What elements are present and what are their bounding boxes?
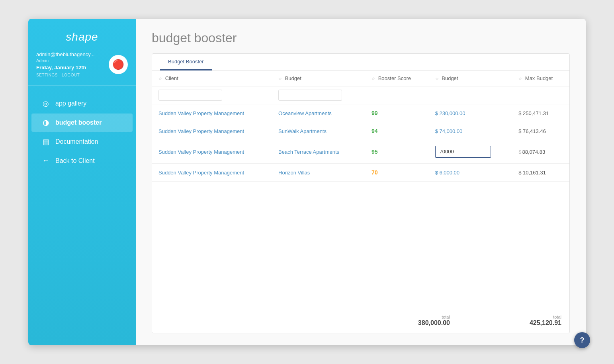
tie-icon: 🔴 [112, 59, 124, 70]
sidebar-header: shape admin@thebluthagency... Admin Frid… [28, 19, 136, 86]
booster-score-value: 95 [372, 149, 378, 155]
max-budget-value: $88,074.83 [518, 149, 545, 155]
user-email: admin@thebluthagency... [36, 51, 109, 57]
budget-total-value: 380,000.00 [418, 319, 450, 327]
cell-budget-label: Oceanview Apartments [272, 104, 365, 122]
table-tabs: Budget Booster [152, 54, 569, 70]
sort-icon-budget: ☆ [278, 76, 282, 81]
col-client: ☆ Client [152, 70, 272, 86]
budget-label-link[interactable]: Horizon Villas [278, 170, 310, 176]
budget-label-link[interactable]: Beach Terrace Apartments [278, 149, 339, 155]
table-footer: total 380,000.00 total 425,120.91 [152, 308, 569, 333]
filter-budget-input[interactable] [278, 90, 342, 101]
filter-cell-score [365, 86, 429, 104]
max-budget-value: $ 10,161.31 [518, 170, 546, 176]
back-icon: ← [41, 157, 51, 165]
sidebar-item-label: Back to Client [55, 157, 95, 164]
cell-max-budget: $ 76,413.46 [512, 122, 569, 140]
max-budget-value: $ 76,413.46 [518, 128, 546, 134]
app-gallery-icon: ◎ [41, 99, 51, 108]
filter-cell-budget [272, 86, 365, 104]
budget-edit-input[interactable] [435, 146, 491, 158]
booster-score-value: 70 [372, 169, 378, 176]
table-body: Sudden Valley Property Management Oceanv… [152, 104, 569, 182]
sidebar-item-budget-booster[interactable]: ◑ budget booster [31, 114, 133, 132]
sort-icon-client: ☆ [158, 76, 162, 81]
budget-total: total 380,000.00 [418, 315, 450, 327]
cell-booster-score: 99 [365, 104, 429, 122]
sidebar-item-label: app gallery [55, 100, 86, 107]
table-header-row: ☆ Client ☆ Budget ☆ Booster Score ☆ [152, 70, 569, 86]
filter-cell-client [152, 86, 272, 104]
budget-value: $ 74,000.00 [435, 128, 463, 134]
client-link[interactable]: Sudden Valley Property Management [158, 110, 244, 116]
main-content: budget booster Budget Booster ☆ Client ☆… [136, 19, 586, 345]
sidebar-links: SETTINGS LOGOUT [36, 73, 109, 77]
app-window: shape admin@thebluthagency... Admin Frid… [28, 19, 586, 345]
user-role: Admin [36, 58, 109, 63]
logout-link[interactable]: LOGOUT [62, 73, 80, 77]
table-row: Sudden Valley Property Management Oceanv… [152, 104, 569, 122]
sidebar-item-app-gallery[interactable]: ◎ app gallery [31, 94, 133, 113]
client-link[interactable]: Sudden Valley Property Management [158, 149, 244, 155]
settings-link[interactable]: SETTINGS [36, 73, 58, 77]
app-logo: shape [36, 31, 128, 43]
user-info: admin@thebluthagency... Admin Friday, Ja… [36, 51, 109, 77]
max-budget-value: $ 250,471.31 [518, 110, 549, 116]
cell-budget: $ 6,000.00 [429, 164, 512, 182]
cell-client: Sudden Valley Property Management [152, 164, 272, 182]
col-max-budget: ☆ Max Budget [512, 70, 569, 86]
client-link[interactable]: Sudden Valley Property Management [158, 170, 244, 176]
cell-client: Sudden Valley Property Management [152, 122, 272, 140]
sidebar-nav: ◎ app gallery ◑ budget booster ▤ Documen… [28, 86, 136, 178]
sidebar: shape admin@thebluthagency... Admin Frid… [28, 19, 136, 345]
sort-icon-booster: ☆ [372, 76, 375, 81]
budget-label-link[interactable]: Oceanview Apartments [278, 110, 332, 116]
cell-client: Sudden Valley Property Management [152, 140, 272, 164]
filter-cell-budget2 [429, 86, 512, 104]
tab-budget-booster[interactable]: Budget Booster [160, 54, 212, 70]
help-button[interactable]: ? [574, 332, 590, 348]
cell-budget: $ 74,000.00 [429, 122, 512, 140]
col-budget: ☆ Budget [272, 70, 365, 86]
sidebar-item-back-to-client[interactable]: ← Back to Client [31, 152, 133, 170]
filter-row [152, 86, 569, 104]
cell-budget [429, 140, 512, 164]
sort-icon-max-budget: ☆ [518, 76, 522, 81]
table-row: Sudden Valley Property Management Horizo… [152, 164, 569, 182]
cell-max-budget: $ 250,471.31 [512, 104, 569, 122]
budget-booster-icon: ◑ [41, 118, 51, 127]
cell-booster-score: 94 [365, 122, 429, 140]
currency-prefix: $ [518, 149, 521, 155]
sidebar-item-documentation[interactable]: ▤ Documentation [31, 133, 133, 151]
budget-value: $ 6,000.00 [435, 170, 460, 176]
cell-budget-label: Horizon Villas [272, 164, 365, 182]
filter-cell-max [512, 86, 569, 104]
budget-label-link[interactable]: SunWalk Apartments [278, 128, 327, 134]
client-link[interactable]: Sudden Valley Property Management [158, 128, 244, 134]
col-budget2: ☆ Budget [429, 70, 512, 86]
col-booster-score: ☆ Booster Score [365, 70, 429, 86]
filter-client-input[interactable] [158, 90, 222, 101]
sidebar-item-label: budget booster [55, 119, 102, 126]
user-date: Friday, January 12th [36, 65, 109, 70]
cell-booster-score: 70 [365, 164, 429, 182]
booster-score-value: 99 [372, 110, 378, 116]
documentation-icon: ▤ [41, 137, 51, 146]
booster-score-value: 94 [372, 128, 378, 134]
cell-max-budget: $ 10,161.31 [512, 164, 569, 182]
budget-total-label: total [418, 315, 450, 319]
max-budget-total-value: 425,120.91 [530, 319, 561, 327]
sort-icon-budget2: ☆ [435, 76, 439, 81]
table-container: Budget Booster ☆ Client ☆ Budget [152, 53, 570, 333]
user-avatar: 🔴 [109, 55, 128, 74]
budget-value: $ 230,000.00 [435, 110, 465, 116]
table-row: Sudden Valley Property Management Beach … [152, 140, 569, 164]
table-row: Sudden Valley Property Management SunWal… [152, 122, 569, 140]
cell-client: Sudden Valley Property Management [152, 104, 272, 122]
cell-max-budget: $88,074.83 [512, 140, 569, 164]
cell-budget: $ 230,000.00 [429, 104, 512, 122]
page-title: budget booster [152, 31, 570, 45]
max-budget-total-label: total [530, 315, 561, 319]
sidebar-user: admin@thebluthagency... Admin Friday, Ja… [36, 51, 128, 77]
